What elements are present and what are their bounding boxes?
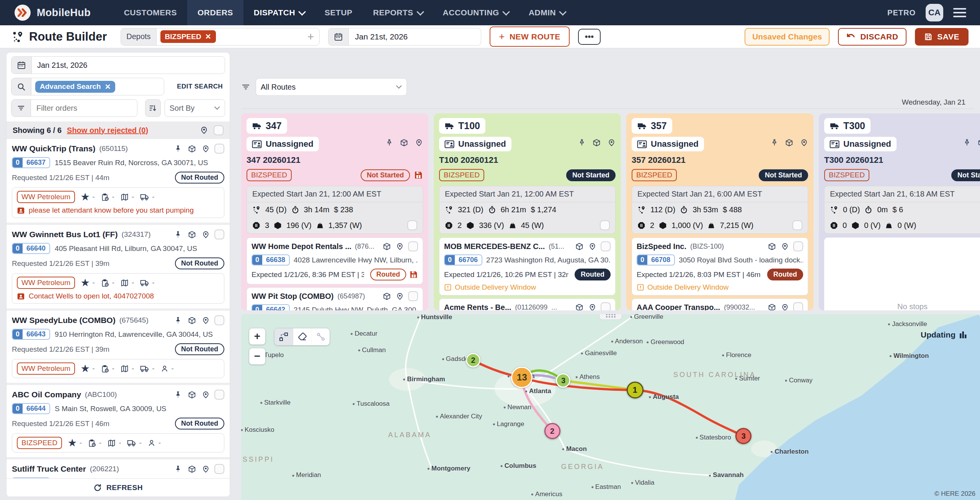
location-pin-icon[interactable] xyxy=(800,139,808,147)
location-pin-icon[interactable] xyxy=(201,145,211,153)
order-checkbox[interactable] xyxy=(214,315,224,325)
refresh-button[interactable]: REFRESH xyxy=(7,478,230,497)
stop-checkbox[interactable] xyxy=(408,241,418,251)
location-pin-icon[interactable] xyxy=(201,316,211,325)
package-icon[interactable] xyxy=(767,303,776,311)
avatar[interactable]: CA xyxy=(926,4,943,21)
package-icon[interactable] xyxy=(187,465,197,473)
nav-item-customers[interactable]: CUSTOMERS xyxy=(114,0,187,25)
pin-icon[interactable] xyxy=(173,465,183,473)
package-icon[interactable] xyxy=(382,292,391,300)
save-button[interactable]: SAVE xyxy=(915,28,969,46)
route-stop-marker[interactable]: 2 xyxy=(466,353,480,367)
show-rejected-link[interactable]: Show only rejected (0) xyxy=(67,126,148,135)
pin-icon[interactable] xyxy=(173,391,183,398)
route-id-chip[interactable]: T100 xyxy=(439,118,485,134)
stop-card[interactable]: Acme Rents - Be... (01126099_... 066705 … xyxy=(439,298,616,310)
remove-depot-icon[interactable]: ✕ xyxy=(205,32,211,41)
order-number-badge[interactable]: 066643 xyxy=(12,329,50,340)
order-card[interactable]: WW Gwinnett Bus Lot1 (FF) (324317) 06664… xyxy=(7,225,230,311)
nav-item-accounting[interactable]: ACCOUNTING xyxy=(433,0,518,25)
location-pin-icon[interactable] xyxy=(201,391,211,399)
pin-icon[interactable] xyxy=(963,139,971,147)
remove-search-icon[interactable]: ✕ xyxy=(105,82,111,91)
package-icon[interactable] xyxy=(382,243,391,251)
location-pin-icon[interactable] xyxy=(780,243,789,251)
package-icon[interactable] xyxy=(575,243,584,251)
calendar-icon[interactable] xyxy=(11,57,32,74)
driver-chip[interactable]: Unassigned xyxy=(824,137,897,151)
depot-chip-bizspeed[interactable]: BIZSPEED✕ xyxy=(160,30,216,43)
pin-icon[interactable] xyxy=(771,139,778,147)
stop-checkbox[interactable] xyxy=(793,302,803,310)
order-card[interactable]: WW SpeedyLube (COMBO) (675645) 066643 91… xyxy=(7,311,230,385)
pin-icon[interactable] xyxy=(578,139,586,147)
map-resize-handle[interactable] xyxy=(599,314,622,320)
location-pin-icon[interactable] xyxy=(588,243,597,251)
stop-card[interactable]: WW Pit Stop (COMBO) (654987) 066642 2145… xyxy=(247,287,423,310)
sidebar-date-input[interactable] xyxy=(32,61,225,70)
stop-card[interactable]: AAA Cooper Transpo... (990032... 066707 … xyxy=(632,298,808,310)
sort-by-select[interactable]: Sort By xyxy=(165,99,225,117)
route-stop-marker[interactable]: 13 xyxy=(511,367,532,388)
route-stop-marker[interactable]: 3 xyxy=(556,373,570,388)
route-id-chip[interactable]: T300 xyxy=(824,118,871,134)
location-pin-icon[interactable] xyxy=(201,231,211,239)
pin-icon[interactable] xyxy=(173,145,183,152)
order-card[interactable]: Sutliff Truck Center (206221) 065064 700… xyxy=(7,459,230,478)
depots-filter[interactable]: Depots BIZSPEED✕ + xyxy=(121,28,320,46)
location-pin-icon[interactable] xyxy=(588,303,597,311)
order-checkbox[interactable] xyxy=(214,390,224,400)
driver-chip[interactable]: Unassigned xyxy=(439,137,511,151)
filter-orders-box[interactable] xyxy=(11,99,137,117)
package-icon[interactable] xyxy=(593,139,601,147)
package-icon[interactable] xyxy=(187,391,197,399)
order-number-badge[interactable]: 066642 xyxy=(252,304,290,310)
filter-orders-input[interactable] xyxy=(31,104,137,113)
location-pin-icon[interactable] xyxy=(201,465,211,473)
route-stop-marker[interactable]: 2 xyxy=(544,423,560,439)
stop-checkbox[interactable] xyxy=(601,302,611,310)
package-icon[interactable] xyxy=(767,243,776,251)
select-all-orders-checkbox[interactable] xyxy=(214,125,224,135)
nav-item-orders[interactable]: ORDERS xyxy=(187,0,243,25)
route-id-chip[interactable]: 357 xyxy=(632,118,672,134)
nav-item-setup[interactable]: SETUP xyxy=(314,0,363,25)
route-filter-select[interactable]: All Routes xyxy=(256,78,407,96)
order-number-badge[interactable]: 066637 xyxy=(12,157,50,168)
stop-card[interactable]: WW Home Depot Rentals ... (876... 066638… xyxy=(247,238,423,284)
route-checkbox[interactable] xyxy=(407,220,417,230)
calendar-icon[interactable] xyxy=(328,28,349,45)
pin-icon[interactable] xyxy=(385,139,393,147)
stop-checkbox[interactable] xyxy=(601,241,611,251)
location-pin-icon[interactable] xyxy=(608,139,616,147)
stop-checkbox[interactable] xyxy=(793,241,803,251)
route-checkbox[interactable] xyxy=(792,220,802,230)
route-checkbox[interactable] xyxy=(600,220,610,230)
order-number-badge[interactable]: 066640 xyxy=(12,243,50,254)
stop-card[interactable]: MOB MERCEDES-BENZ C... (51... 066706 272… xyxy=(439,238,616,295)
package-icon[interactable] xyxy=(785,139,793,147)
header-date-input[interactable] xyxy=(349,32,481,41)
eraser-tool-button[interactable] xyxy=(293,328,311,345)
route-stop-marker[interactable]: 3 xyxy=(735,428,751,444)
more-actions-button[interactable]: ••• xyxy=(578,29,601,45)
order-card[interactable]: WW QuickTrip (Trans) (650115) 066637 151… xyxy=(7,139,230,225)
location-pin-icon[interactable] xyxy=(415,139,423,147)
package-icon[interactable] xyxy=(400,139,408,147)
nav-item-reports[interactable]: REPORTS xyxy=(363,0,433,25)
route-map[interactable]: HuntsvilleDecaturCullmanGadsdenTupeloBir… xyxy=(241,314,980,500)
discard-button[interactable]: DISCARD xyxy=(838,28,906,46)
edit-search-link[interactable]: EDIT SEARCH xyxy=(175,83,225,90)
stop-checkbox[interactable] xyxy=(408,291,418,301)
nav-item-admin[interactable]: ADMIN xyxy=(518,0,575,25)
location-pin-icon[interactable] xyxy=(395,243,404,251)
order-card[interactable]: ABC Oil Company (ABC100) 066644 S Main S… xyxy=(7,385,230,459)
package-icon[interactable] xyxy=(187,145,197,153)
order-checkbox[interactable] xyxy=(214,144,224,154)
header-date-picker[interactable] xyxy=(328,28,481,46)
advanced-search-box[interactable]: Advanced Search✕ xyxy=(11,78,164,95)
sidebar-date-picker[interactable] xyxy=(11,56,225,74)
stop-card[interactable]: BizSpeed Inc. (BIZS-100) 066708 3050 Roy… xyxy=(632,238,808,295)
package-icon[interactable] xyxy=(187,316,197,325)
